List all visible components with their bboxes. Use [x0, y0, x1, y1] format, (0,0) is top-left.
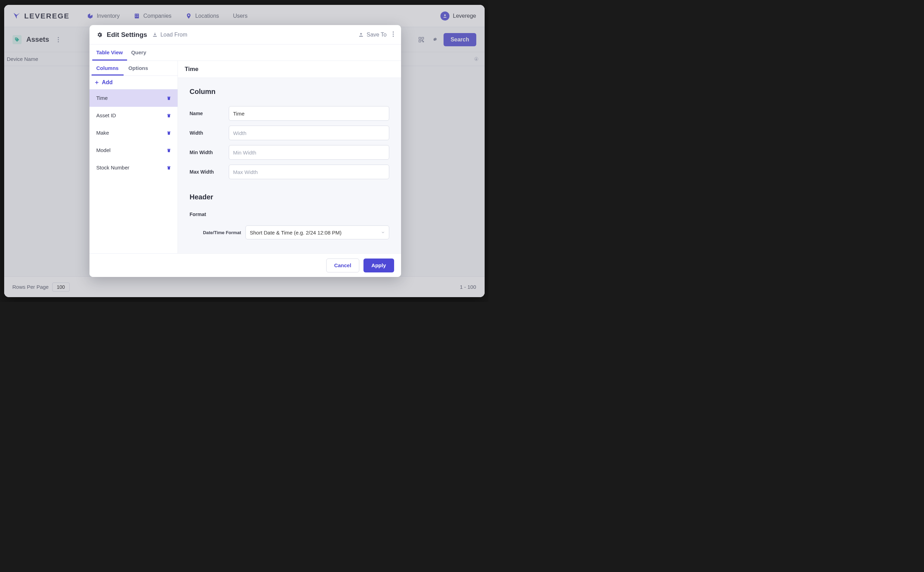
trash-icon[interactable] [167, 113, 171, 118]
save-to-button[interactable]: Save To [358, 32, 387, 38]
width-input[interactable] [229, 126, 389, 140]
trash-icon[interactable] [167, 96, 171, 101]
datetime-format-label: Date/Time Format [190, 230, 241, 235]
apply-button[interactable]: Apply [363, 258, 394, 272]
format-label: Format [190, 211, 389, 217]
column-editor-pane: Time Column Name Width Min Width [178, 61, 401, 253]
svg-point-21 [393, 36, 393, 37]
min-width-input[interactable] [229, 145, 389, 160]
tab-query[interactable]: Query [127, 45, 150, 61]
add-column-button[interactable]: Add [89, 76, 178, 89]
column-item-stock-number[interactable]: Stock Number [89, 159, 178, 176]
modal-header: Edit Settings Load From Save To [89, 25, 401, 45]
column-item-label: Stock Number [97, 165, 129, 171]
editor-scroll[interactable]: Column Name Width Min Width Max Wid [178, 78, 401, 253]
upload-icon [358, 32, 364, 37]
tab-table-view[interactable]: Table View [92, 45, 127, 61]
save-to-label: Save To [366, 32, 387, 38]
cancel-button[interactable]: Cancel [326, 258, 359, 272]
modal-tabs: Table View Query [89, 45, 401, 61]
column-item-time[interactable]: Time [89, 89, 178, 107]
section-column-heading: Column [190, 88, 389, 96]
svg-point-20 [393, 33, 393, 34]
trash-icon[interactable] [167, 148, 171, 153]
modal-title: Edit Settings [107, 31, 147, 39]
svg-rect-18 [359, 36, 363, 37]
modal-body: Columns Options Add Time [89, 61, 401, 253]
name-label: Name [190, 110, 222, 116]
section-header-heading: Header [190, 193, 389, 201]
width-label: Width [190, 130, 222, 136]
min-width-label: Min Width [190, 149, 222, 155]
modal-kebab-icon[interactable] [393, 31, 394, 38]
app-window: LEVEREGE Inventory Companies Locations U… [4, 5, 485, 297]
trash-icon[interactable] [167, 131, 171, 135]
trash-icon[interactable] [167, 165, 171, 170]
subtabs: Columns Options [89, 61, 178, 76]
column-item-model[interactable]: Model [89, 141, 178, 159]
modal-footer: Cancel Apply [89, 253, 401, 277]
name-input[interactable] [229, 106, 389, 121]
column-item-asset-id[interactable]: Asset ID [89, 107, 178, 124]
columns-list: Time Asset ID Make Model [89, 89, 178, 176]
subtab-columns[interactable]: Columns [92, 61, 124, 76]
add-label: Add [102, 79, 113, 85]
edit-settings-modal: Edit Settings Load From Save To [89, 25, 401, 277]
load-from-label: Load From [160, 32, 187, 38]
column-item-label: Model [97, 147, 111, 153]
plus-icon [94, 80, 99, 85]
column-item-label: Asset ID [97, 112, 116, 118]
column-item-label: Time [97, 95, 108, 101]
max-width-label: Max Width [190, 169, 222, 175]
subtab-options[interactable]: Options [124, 61, 153, 76]
columns-left-pane: Columns Options Add Time [89, 61, 178, 253]
column-item-make[interactable]: Make [89, 124, 178, 141]
datetime-format-select[interactable]: Short Date & Time (e.g. 2/24 12:08 PM) [245, 225, 389, 239]
editor-title: Time [178, 61, 401, 78]
column-item-label: Make [97, 130, 109, 136]
svg-rect-17 [153, 36, 157, 37]
gear-icon [97, 32, 103, 38]
max-width-input[interactable] [229, 165, 389, 179]
svg-point-19 [393, 31, 393, 33]
load-from-button[interactable]: Load From [152, 32, 187, 38]
download-icon [152, 32, 158, 37]
